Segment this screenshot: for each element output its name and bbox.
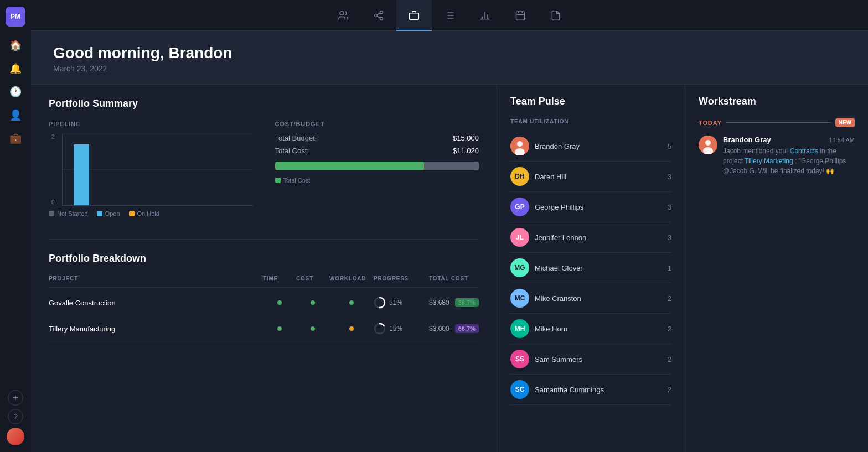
- member-name-daren: Daren Hill: [535, 173, 662, 181]
- progress-pct-tillery: 15%: [389, 325, 402, 332]
- main-body: Portfolio Summary PIPELINE: [31, 85, 868, 452]
- total-cost-govalle: $3,680 38.7%: [429, 298, 479, 307]
- y-axis-labels: 2 0: [51, 134, 55, 205]
- sidebar-add-button[interactable]: +: [8, 390, 23, 406]
- member-name-george: George Phillips: [535, 203, 662, 211]
- team-utilization-label: TEAM UTILIZATION: [510, 118, 671, 124]
- cost-legend-dot: [275, 178, 281, 183]
- member-count-horn: 2: [668, 325, 671, 333]
- today-label: TODAY: [699, 120, 722, 126]
- nav-connections[interactable]: [361, 0, 396, 31]
- member-name-samantha: Samantha Cummings: [535, 386, 662, 394]
- badge-govalle: 38.7%: [455, 298, 479, 307]
- not-started-label: Not Started: [57, 210, 88, 217]
- page-content: Good morning, Brandon March 23, 2022 Por…: [31, 31, 868, 452]
- page-date: March 23, 2022: [53, 64, 846, 73]
- workstream-panel: Workstream TODAY NEW: [685, 85, 868, 452]
- sidebar-help-button[interactable]: ?: [8, 409, 23, 424]
- ws-name: Brandon Gray: [723, 136, 771, 144]
- project-name-tillery[interactable]: Tillery Manufacturing: [49, 325, 263, 333]
- team-member-row: GP George Phillips 3: [510, 192, 671, 222]
- col-project: PROJECT: [49, 276, 263, 282]
- on-hold-label: On Hold: [137, 210, 159, 217]
- table-row: Govalle Construction 51%: [49, 290, 479, 316]
- member-name-brandon: Brandon Gray: [535, 142, 662, 150]
- workstream-item: Brandon Gray 11:54 AM Jacob mentioned yo…: [699, 136, 855, 176]
- member-name-michael: Michael Glover: [535, 264, 662, 272]
- nav-portfolio[interactable]: [396, 0, 432, 31]
- nav-calendar[interactable]: [503, 0, 538, 31]
- portfolio-breakdown-title: Portfolio Breakdown: [49, 253, 479, 264]
- sidebar-history-icon[interactable]: 🕐: [6, 82, 25, 102]
- svg-point-2: [375, 14, 378, 17]
- workstream-today-header: TODAY NEW: [699, 118, 855, 127]
- ws-content: Brandon Gray 11:54 AM Jacob mentioned yo…: [723, 136, 855, 176]
- svg-point-29: [705, 140, 711, 146]
- left-main: Portfolio Summary PIPELINE: [31, 85, 497, 452]
- pipeline-chart: 2 0: [62, 134, 253, 206]
- member-count-daren: 3: [668, 173, 671, 181]
- svg-rect-17: [516, 12, 525, 20]
- total-budget-row: Total Budget: $15,000: [275, 134, 479, 142]
- nav-document[interactable]: [538, 0, 574, 31]
- member-name-cranston: Mike Cranston: [535, 294, 662, 303]
- nav-chart[interactable]: [467, 0, 503, 31]
- team-pulse-panel: Team Pulse TEAM UTILIZATION Brandon Gray: [497, 85, 685, 452]
- y-label-2: 2: [51, 134, 55, 140]
- ws-avatar-brandon: [699, 136, 717, 154]
- nav-list[interactable]: [432, 0, 467, 31]
- sidebar-home-icon[interactable]: 🏠: [6, 35, 25, 55]
- team-member-row: SC Samantha Cummings 2: [510, 375, 671, 405]
- time-status-tillery: [263, 326, 296, 331]
- portfolio-summary-title: Portfolio Summary: [49, 98, 479, 110]
- total-cost-row: Total Cost: $11,020: [275, 147, 479, 155]
- top-navigation: [31, 0, 868, 31]
- team-member-row: MG Michael Glover 1: [510, 253, 671, 283]
- progress-tillery: 15%: [374, 323, 429, 335]
- svg-point-1: [380, 11, 383, 13]
- table-row: Tillery Manufacturing 15%: [49, 316, 479, 342]
- ws-message: Jacob mentioned you! Contracts in the pr…: [723, 146, 855, 176]
- project-name-govalle[interactable]: Govalle Construction: [49, 299, 263, 307]
- total-budget-value: $15,000: [453, 134, 479, 142]
- team-avatar-horn: MH: [510, 319, 529, 338]
- table-header: PROJECT TIME COST WORKLOAD PROGRESS TOTA…: [49, 276, 479, 288]
- ws-link-tillery[interactable]: Tillery Marketing: [745, 157, 793, 165]
- ws-link-contracts[interactable]: Contracts: [790, 147, 818, 155]
- total-budget-label: Total Budget:: [275, 134, 317, 142]
- y-label-0: 0: [51, 199, 55, 205]
- app-logo[interactable]: PM: [6, 7, 25, 27]
- page-title: Good morning, Brandon: [53, 44, 846, 62]
- cost-status-tillery: [296, 326, 329, 331]
- nav-team-member[interactable]: [326, 0, 361, 31]
- team-avatar-brandon: [510, 137, 529, 155]
- cost-status-govalle: [296, 300, 329, 305]
- total-cost-value: $11,020: [453, 147, 479, 155]
- sidebar-team-icon[interactable]: 👤: [6, 105, 25, 125]
- ws-header-row: Brandon Gray 11:54 AM: [723, 136, 855, 144]
- team-member-row: MH Mike Horn 2: [510, 314, 671, 344]
- svg-line-4: [377, 16, 380, 18]
- team-avatar-cranston: MC: [510, 289, 529, 308]
- team-member-row: Brandon Gray 5: [510, 131, 671, 162]
- col-time: TIME: [263, 276, 296, 282]
- team-avatar-samantha: SC: [510, 380, 529, 399]
- team-member-row: SS Sam Summers 2: [510, 344, 671, 375]
- sidebar-notification-icon[interactable]: 🔔: [6, 59, 25, 79]
- pipeline-label: PIPELINE: [49, 121, 253, 127]
- member-count-sam: 2: [668, 355, 671, 363]
- cost-budget-section: COST/BUDGET Total Budget: $15,000 Total …: [275, 121, 479, 217]
- member-count-jennifer: 3: [668, 233, 671, 242]
- user-avatar[interactable]: [7, 428, 24, 445]
- today-divider-line: [726, 122, 831, 123]
- sidebar-briefcase-icon[interactable]: 💼: [6, 128, 25, 148]
- svg-point-26: [517, 141, 523, 147]
- svg-point-0: [340, 11, 344, 15]
- page-header: Good morning, Brandon March 23, 2022: [31, 31, 868, 85]
- workload-status-tillery: [329, 326, 374, 331]
- col-cost: COST: [296, 276, 329, 282]
- breakdown-table: PROJECT TIME COST WORKLOAD PROGRESS TOTA…: [49, 276, 479, 342]
- section-divider: [49, 239, 479, 240]
- col-total-cost: TOTAL COST: [429, 276, 479, 282]
- portfolio-summary: PIPELINE: [49, 121, 479, 217]
